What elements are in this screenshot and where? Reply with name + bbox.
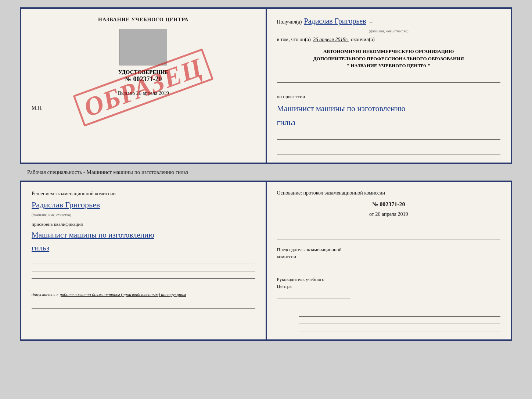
right-dashes-bottom bbox=[277, 133, 501, 154]
rukovoditel-sign-line bbox=[277, 291, 351, 299]
profession-handwritten: Машинист машины по изготовлению bbox=[277, 103, 501, 114]
dash-3 bbox=[277, 133, 501, 140]
prisvoena-label: присвоена квалификация bbox=[32, 221, 255, 227]
dopuskaetsya-block: допускается к работе согласно должностны… bbox=[32, 292, 255, 298]
bottom-certificate: Решением экзаменационной комиссии Радисл… bbox=[20, 181, 512, 341]
rb-dash-2 bbox=[299, 310, 500, 317]
udostoverenie-number: № 002371-20 bbox=[118, 75, 169, 83]
predsedatel-block: Председатель экзаменационной комиссии bbox=[277, 246, 501, 269]
bottom-cert-left: Решением экзаменационной комиссии Радисл… bbox=[21, 182, 267, 339]
recipient-name: Радислав Григорьев bbox=[304, 17, 366, 25]
top-cert-left: НАЗВАНИЕ УЧЕБНОГО ЦЕНТРА УДОСТОВЕРЕНИЕ №… bbox=[21, 9, 267, 163]
br-dash-2 bbox=[277, 233, 501, 239]
udostoverenie-label: УДОСТОВЕРЕНИЕ № 002371-20 bbox=[118, 69, 169, 83]
predsedatel-sign-line bbox=[277, 261, 351, 269]
protocol-number: № 002371-20 bbox=[277, 201, 501, 208]
right-bottom-dashes bbox=[277, 303, 501, 331]
dopuskaetsya-value: работе согласно должностным (производств… bbox=[60, 292, 186, 297]
bottom-cert-right: Основание: протокол экзаменационной коми… bbox=[267, 182, 511, 339]
dash-4 bbox=[277, 140, 501, 147]
rb-dash-4 bbox=[299, 325, 500, 331]
bottom-qualification-line2: гильз bbox=[32, 243, 255, 253]
vtom-line: в том, что он(а) 26 апреля 2019г. окончи… bbox=[277, 37, 501, 43]
rukovoditel-block: Руководитель учебного Центра bbox=[277, 276, 501, 299]
bottom-recipient-name: Радислав Григорьев bbox=[32, 200, 255, 210]
org-block: АВТОНОМНУЮ НЕКОММЕРЧЕСКУЮ ОРГАНИЗАЦИЮ ДО… bbox=[277, 48, 501, 70]
br-dash-1 bbox=[277, 222, 501, 229]
top-cert-title: НАЗВАНИЕ УЧЕБНОГО ЦЕНТРА bbox=[98, 17, 188, 23]
vydano-line: Выдано 26 апреля 2019 bbox=[118, 90, 169, 96]
profession-line2: гильз bbox=[277, 117, 501, 128]
osnovaniye-label: Основание: протокол экзаменационной коми… bbox=[277, 190, 501, 196]
top-cert-right: Получил(а) Радислав Григорьев – (фамилия… bbox=[267, 9, 511, 163]
b-dash-1 bbox=[32, 257, 255, 264]
po-professii-label: по профессии bbox=[277, 94, 501, 100]
right-dashes-top bbox=[277, 76, 501, 90]
dash-2 bbox=[277, 83, 501, 90]
date-value: 26 апреля 2019г. bbox=[313, 37, 349, 43]
bottom-fio-label: (фамилия, имя, отчество) bbox=[32, 213, 255, 217]
resheniem-label: Решением экзаменационной комиссии bbox=[32, 190, 255, 197]
dash-1 bbox=[277, 76, 501, 83]
fio-label-top: (фамилия, имя, отчество) bbox=[277, 29, 501, 33]
b-dash-4 bbox=[32, 279, 255, 286]
caption-line: Рабочая специальность - Машинист машины … bbox=[27, 169, 188, 175]
rb-dash-1 bbox=[299, 303, 500, 309]
rb-dash-3 bbox=[299, 317, 500, 324]
b-dash-2 bbox=[32, 265, 255, 271]
ot-date: от 26 апреля 2019 bbox=[277, 211, 501, 217]
mp-label: М.П. bbox=[32, 105, 43, 111]
bottom-left-dashes bbox=[32, 257, 255, 286]
top-certificate: НАЗВАНИЕ УЧЕБНОГО ЦЕНТРА УДОСТОВЕРЕНИЕ №… bbox=[20, 7, 512, 164]
photo-placeholder bbox=[119, 29, 167, 65]
document-container: НАЗВАНИЕ УЧЕБНОГО ЦЕНТРА УДОСТОВЕРЕНИЕ №… bbox=[7, 7, 525, 341]
dash-5 bbox=[277, 148, 501, 154]
bottom-qualification: Машинист машины по изготовлению bbox=[32, 230, 255, 240]
poluchil-line: Получил(а) Радислав Григорьев – bbox=[277, 17, 501, 25]
b-dash-5 bbox=[32, 302, 255, 309]
b-dash-3 bbox=[32, 272, 255, 279]
